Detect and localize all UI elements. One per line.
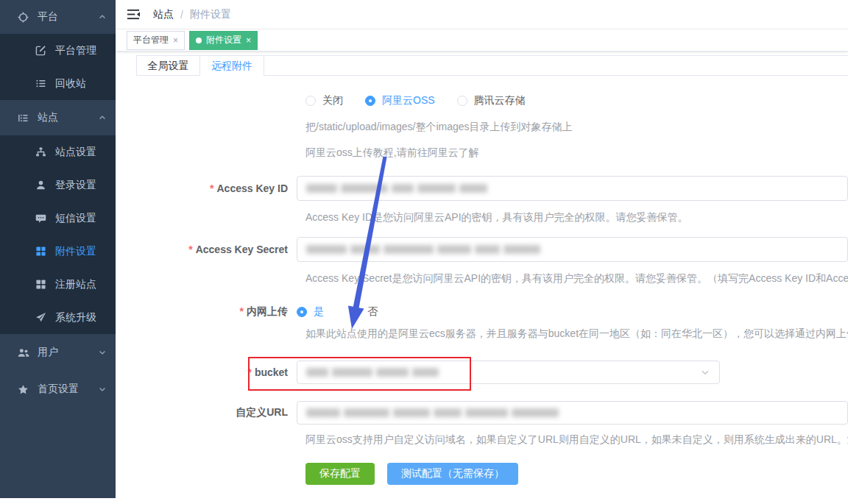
access-key-secret-input[interactable] [297, 237, 848, 262]
grid-icon [35, 279, 47, 290]
chevron-down-icon [98, 385, 107, 394]
sidebar-item-label: 附件设置 [55, 245, 96, 258]
bucket-select[interactable] [297, 361, 720, 384]
settings-tabs: 全局设置 远程附件 [136, 55, 848, 76]
radio-intranet-no[interactable]: 否 [350, 305, 378, 319]
sidebar-submenu-platform: 平台管理 回收站 [0, 34, 116, 100]
radio-circle [297, 307, 307, 317]
chevron-up-icon [98, 113, 107, 122]
sidebar-submenu-site: 站点设置 登录设置 短信设置 附件设置 [0, 135, 116, 334]
grid-icon [35, 246, 47, 257]
radio-label: 关闭 [322, 94, 343, 107]
chevron-up-icon [98, 13, 107, 21]
sidebar-item-label: 站点设置 [55, 146, 96, 159]
redacted-value [306, 245, 540, 254]
required-mark: * [240, 305, 244, 317]
sidebar-item-site-settings[interactable]: 站点设置 [0, 135, 116, 168]
radio-label: 是 [314, 305, 324, 319]
redacted-value [306, 184, 487, 193]
sidebar-item-login-settings[interactable]: 登录设置 [0, 168, 116, 202]
chevron-down-icon [98, 348, 107, 357]
users-icon [17, 347, 29, 358]
sidebar: 平台 平台管理 回收站 站点 [0, 0, 116, 498]
top-navbar: 站点 / 附件设置 [116, 0, 848, 29]
send-icon [35, 312, 47, 323]
save-config-button[interactable]: 保存配置 [305, 463, 375, 485]
sidebar-item-label: 站点 [38, 111, 58, 124]
sidebar-item-label: 注册站点 [55, 278, 96, 291]
tag-attachment-settings[interactable]: 附件设置 × [189, 31, 258, 50]
custom-url-help: 阿里云oss支持用户自定义访问域名，如果自定义了URL则用自定义的URL，如果未… [305, 433, 848, 446]
breadcrumb-separator: / [180, 9, 183, 21]
sidebar-item-sms-settings[interactable]: 短信设置 [0, 202, 116, 235]
sidebar-item-platform-manage[interactable]: 平台管理 [0, 34, 116, 67]
storage-type-radio-group: 关闭 阿里云OSS 腾讯云存储 [305, 93, 848, 108]
radio-circle [305, 96, 316, 106]
custom-url-label: 自定义URL [116, 406, 297, 419]
tag-label: 附件设置 [206, 34, 241, 46]
radio-tencent-cos[interactable]: 腾讯云存储 [457, 94, 526, 107]
close-icon[interactable]: × [246, 35, 251, 46]
list-icon [35, 78, 47, 89]
chevron-down-icon [700, 367, 710, 377]
radio-circle [365, 96, 375, 106]
intranet-upload-row: *内网上传 是 否 [116, 305, 848, 319]
access-key-secret-label: *Access Key Secret [116, 244, 297, 255]
access-key-id-input[interactable] [297, 176, 848, 201]
sidebar-item-label: 系统升级 [55, 311, 96, 324]
form-actions: 保存配置 测试配置（无需保存） [305, 463, 848, 485]
tab-global-settings[interactable]: 全局设置 [136, 56, 200, 75]
sidebar-item-attachment-settings[interactable]: 附件设置 [0, 235, 116, 268]
access-key-id-row: *Access Key ID [116, 176, 848, 201]
breadcrumb-attachment-settings: 附件设置 [190, 8, 231, 21]
bucket-label: *bucket [116, 366, 297, 378]
required-mark: * [210, 182, 213, 194]
sidebar-item-register-site[interactable]: 注册站点 [0, 268, 116, 301]
radio-aliyun-oss[interactable]: 阿里云OSS [365, 94, 435, 107]
star-icon [17, 384, 29, 395]
tag-platform-manage[interactable]: 平台管理 × [127, 31, 185, 50]
edit-icon [35, 45, 47, 56]
radio-label: 否 [367, 305, 378, 319]
custom-url-input[interactable] [297, 401, 848, 425]
sidebar-item-system-upgrade[interactable]: 系统升级 [0, 301, 116, 334]
sidebar-item-users[interactable]: 用户 [0, 334, 116, 371]
close-icon[interactable]: × [173, 35, 178, 46]
sidebar-item-platform[interactable]: 平台 [0, 0, 116, 34]
sidebar-item-label: 平台 [38, 10, 58, 24]
sitemap-icon [35, 146, 47, 157]
redacted-value [306, 368, 439, 377]
sidebar-item-homepage-settings[interactable]: 首页设置 [0, 371, 116, 408]
menu-fold-icon[interactable] [127, 8, 141, 21]
radio-intranet-yes[interactable]: 是 [297, 305, 324, 319]
tab-remote-attachment[interactable]: 远程附件 [200, 56, 264, 75]
radio-close[interactable]: 关闭 [305, 94, 343, 107]
radio-label: 阿里云OSS [382, 94, 435, 107]
tag-view-bar: 平台管理 × 附件设置 × [116, 29, 848, 52]
required-mark: * [188, 244, 192, 255]
user-icon [35, 180, 47, 191]
intranet-upload-label: *内网上传 [116, 305, 297, 319]
message-icon [35, 213, 47, 224]
breadcrumb: 站点 / 附件设置 [153, 8, 231, 21]
sidebar-item-label: 短信设置 [55, 212, 96, 225]
sidebar-item-label: 用户 [38, 346, 58, 359]
breadcrumb-site[interactable]: 站点 [153, 8, 174, 21]
active-dot [196, 38, 202, 43]
site-list-icon [17, 113, 29, 124]
radio-circle [350, 307, 361, 317]
access-key-secret-row: *Access Key Secret [116, 237, 848, 262]
bucket-row: *bucket [116, 361, 848, 384]
intranet-upload-help: 如果此站点使用的是阿里云ecs服务器，并且服务器与bucket在同一地区（如：同… [305, 327, 848, 340]
sidebar-item-recycle-bin[interactable]: 回收站 [0, 67, 116, 100]
access-key-id-label: *Access Key ID [116, 182, 297, 194]
redacted-value [306, 408, 559, 417]
sidebar-item-label: 回收站 [55, 77, 86, 90]
aim-icon [17, 12, 29, 23]
upload-path-tip: 把/static/upload/images/整个images目录上传到对象存储… [305, 120, 848, 133]
test-config-button[interactable]: 测试配置（无需保存） [387, 463, 518, 485]
required-mark: * [247, 366, 251, 378]
sidebar-item-site[interactable]: 站点 [0, 100, 116, 135]
tutorial-tip: 阿里云oss上传教程,请前往阿里云了解 [305, 146, 848, 159]
tag-label: 平台管理 [133, 34, 169, 46]
